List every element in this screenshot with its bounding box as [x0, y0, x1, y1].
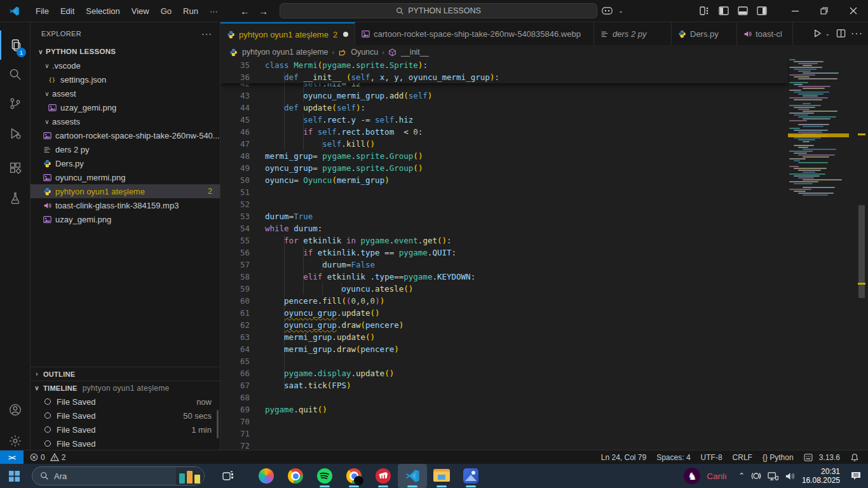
code-line-71[interactable]: 71 — [220, 428, 780, 440]
start-button[interactable] — [0, 464, 28, 488]
tab-ders-2-py[interactable]: ders 2 py — [594, 22, 672, 45]
menu-[interactable]: ··· — [204, 4, 224, 18]
toggle-primary-sidebar-icon[interactable] — [714, 3, 733, 19]
testing-icon[interactable] — [0, 184, 31, 213]
tree-root-python-lessons[interactable]: ∨PYTHON LESSONS — [31, 44, 220, 58]
code-line-68[interactable]: 68 — [220, 391, 780, 403]
notifications-icon[interactable] — [850, 471, 862, 481]
code-line-54[interactable]: 54while durum: — [220, 222, 780, 234]
menu-file[interactable]: File — [30, 4, 55, 18]
code-line-59[interactable]: 59oyuncu.atesle() — [220, 283, 780, 295]
code-line-64[interactable]: 64mermi_grup.draw(pencere) — [220, 343, 780, 355]
restore-button[interactable] — [810, 0, 839, 22]
run-dropdown-icon[interactable]: ⌄ — [825, 30, 830, 37]
code-line-44[interactable]: 44def update(self): — [220, 102, 780, 114]
chrome-taskbar-icon[interactable] — [281, 464, 310, 488]
status-cursor-position[interactable]: Ln 24, Col 79 — [601, 453, 646, 462]
customize-layout-icon[interactable] — [695, 3, 714, 19]
tree-item[interactable]: ∨assest — [31, 86, 220, 100]
account-icon[interactable] — [0, 395, 31, 424]
status-python-version[interactable]: 3.13.6 — [804, 453, 840, 462]
menu-run[interactable]: Run — [177, 4, 204, 18]
code-line-69[interactable]: 69pygame.quit() — [220, 403, 780, 416]
taskbar-search-input[interactable]: Ara — [32, 466, 205, 485]
volume-icon[interactable] — [785, 471, 796, 481]
forward-button[interactable]: → — [259, 6, 268, 17]
tab-cartoon-rocket-space-ship-take[interactable]: cartoon-rocket-space-ship-take-260nw-540… — [355, 22, 594, 45]
code-line-60[interactable]: 60pencere.fill((0,0,0)) — [220, 295, 780, 307]
breadcrumb-item[interactable]: __init__ — [401, 48, 429, 57]
network-icon[interactable] — [768, 471, 778, 481]
timeline-section-header[interactable]: ∨TIMELINEpyhtyon oyun1 ateşleme — [31, 381, 220, 395]
timeline-entry[interactable]: File Savednow — [31, 395, 220, 409]
code-line-49[interactable]: 49oyncu_grup= pygame.sprite.Group() — [220, 162, 780, 174]
remote-indicator[interactable]: >< — [0, 451, 24, 464]
minimize-button[interactable] — [780, 0, 810, 22]
tray-expand-icon[interactable]: ⌃ — [738, 471, 745, 480]
code-line-51[interactable]: 51 — [220, 186, 780, 198]
copilot-dropdown-icon[interactable]: ⌄ — [616, 3, 625, 19]
code-line-55[interactable]: 55for etkinlik in pygame.event.get(): — [220, 234, 780, 247]
tree-item[interactable]: {}settings.json — [31, 72, 220, 86]
browser-profile-taskbar-icon[interactable] — [339, 464, 369, 488]
timeline-entry[interactable]: File Saved1 min — [31, 423, 220, 437]
code-line-50[interactable]: 50oyuncu= Oyuncu(mermi_grup) — [220, 174, 780, 186]
vscode-taskbar-icon[interactable] — [398, 464, 427, 488]
code-line-63[interactable]: 63mermi_grup.update() — [220, 331, 780, 343]
tree-item[interactable]: ∨.vscode — [31, 58, 220, 72]
menu-selection[interactable]: Selection — [80, 4, 125, 18]
timeline-entry[interactable]: File Saved50 secs — [31, 409, 220, 423]
search-icon[interactable] — [0, 60, 31, 89]
extensions-icon[interactable] — [0, 153, 31, 182]
file-explorer-taskbar-icon[interactable] — [427, 464, 456, 488]
recording-icon[interactable] — [751, 471, 761, 481]
code-line-45[interactable]: 45self.rect.y -= self.hiz — [220, 114, 780, 126]
photos-taskbar-icon[interactable] — [456, 464, 485, 488]
code-line-57[interactable]: 57durum=False — [220, 259, 780, 271]
problems-indicator[interactable]: 0 2 — [30, 453, 65, 462]
task-view-button[interactable] — [214, 464, 243, 488]
code-line-66[interactable]: 66pygame.display.update() — [220, 367, 780, 379]
premier-league-icon[interactable]: ♞ — [684, 468, 700, 484]
editor-scrollbar[interactable] — [858, 59, 865, 450]
minimap[interactable] — [788, 59, 849, 450]
notifications-bell-icon[interactable] — [850, 453, 859, 462]
tab-pyhtyon-oyun1-ate-leme[interactable]: pyhtyon oyun1 ateşleme2 — [220, 22, 355, 45]
tree-item[interactable]: uzay_gemi.png — [31, 100, 220, 114]
taskbar-clock[interactable]: 20:31 16.08.2025 — [802, 467, 840, 485]
tree-item[interactable]: pyhtyon oyun1 ateşleme2 — [31, 184, 220, 198]
tab-toast-cl[interactable]: toast-cl — [737, 22, 793, 45]
tree-item[interactable]: oyuncu_mermi.png — [31, 170, 220, 184]
status-language-mode[interactable]: {} Python — [763, 453, 794, 462]
menu-view[interactable]: View — [126, 4, 155, 18]
spotify-taskbar-icon[interactable] — [310, 464, 339, 488]
code-line-58[interactable]: 58elif etkinlik .type==pygame.KEYDOWN: — [220, 271, 780, 283]
code-line-67[interactable]: 67saat.tick(FPS) — [220, 379, 780, 391]
status-eol[interactable]: CRLF — [733, 453, 752, 462]
riot-games-taskbar-icon[interactable] — [369, 464, 398, 488]
status-encoding[interactable]: UTF-8 — [701, 453, 722, 462]
toggle-panel-icon[interactable] — [733, 3, 752, 19]
sidebar-scrollbar[interactable] — [217, 410, 219, 438]
menu-go[interactable]: Go — [155, 4, 177, 18]
more-actions-icon[interactable]: ··· — [851, 28, 863, 39]
code-line-62[interactable]: 62oyuncu_grup.draw(pencere) — [220, 319, 780, 331]
copilot-taskbar-icon[interactable] — [252, 464, 281, 488]
code-line-65[interactable]: 65 — [220, 355, 780, 367]
source-control-icon[interactable] — [0, 89, 31, 118]
code-line-61[interactable]: 61oyuncu_grup.update() — [220, 307, 780, 319]
back-button[interactable]: ← — [240, 6, 250, 17]
code-line-52[interactable]: 52 — [220, 198, 780, 210]
code-line-46[interactable]: 46if self.rect.bottom < 0: — [220, 126, 780, 138]
code-line-36[interactable]: 36def __init__ (self, x, y, oyuncu_mermi… — [220, 71, 780, 83]
tree-item[interactable]: ∨assests — [31, 114, 220, 128]
run-button[interactable] — [813, 29, 822, 38]
status-indentation[interactable]: Spaces: 4 — [656, 453, 690, 462]
tree-item[interactable]: cartoon-rocket-space-ship-take-260nw-540… — [31, 128, 220, 142]
breadcrumb[interactable]: pyhtyon oyun1 ateşleme›Oyuncu›__init__ — [220, 45, 868, 59]
tab-ders-py[interactable]: Ders.py — [672, 22, 737, 45]
tree-item[interactable]: uzay_gemi.png — [31, 212, 220, 226]
code-line-48[interactable]: 48mermi_grup= pygame.sprite.Group() — [220, 150, 780, 162]
timeline-entry[interactable]: File Saved — [31, 437, 220, 450]
code-line-72[interactable]: 72 — [220, 440, 780, 450]
